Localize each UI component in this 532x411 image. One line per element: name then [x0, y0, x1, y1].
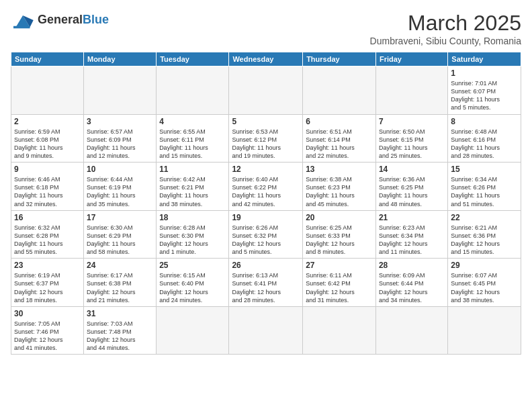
calendar-cell: 15Sunrise: 6:34 AM Sunset: 6:26 PM Dayli…	[448, 163, 521, 211]
calendar-cell: 19Sunrise: 6:26 AM Sunset: 6:32 PM Dayli…	[229, 210, 303, 259]
day-number: 2	[14, 117, 81, 126]
day-number: 10	[87, 165, 153, 174]
calendar-cell	[448, 306, 521, 355]
logo-icon	[11, 11, 35, 30]
calendar-cell	[229, 306, 303, 355]
day-number: 27	[306, 261, 373, 270]
header-sunday: Sunday	[11, 52, 84, 66]
calendar-cell: 5Sunrise: 6:53 AM Sunset: 6:12 PM Daylig…	[229, 114, 303, 163]
header-friday: Friday	[375, 52, 447, 66]
calendar-cell: 11Sunrise: 6:42 AM Sunset: 6:21 PM Dayli…	[157, 163, 229, 211]
calendar-cell: 14Sunrise: 6:36 AM Sunset: 6:25 PM Dayli…	[375, 163, 447, 211]
day-number: 25	[159, 261, 226, 270]
calendar-cell	[11, 66, 84, 115]
calendar-cell: 12Sunrise: 6:40 AM Sunset: 6:22 PM Dayli…	[229, 163, 303, 211]
calendar-cell	[157, 66, 229, 115]
calendar-cell: 13Sunrise: 6:38 AM Sunset: 6:23 PM Dayli…	[303, 163, 376, 211]
day-info: Sunrise: 6:28 AM Sunset: 6:30 PM Dayligh…	[159, 224, 226, 257]
header-tuesday: Tuesday	[157, 52, 229, 66]
day-info: Sunrise: 6:38 AM Sunset: 6:23 PM Dayligh…	[306, 175, 373, 208]
day-info: Sunrise: 6:13 AM Sunset: 6:41 PM Dayligh…	[232, 271, 300, 304]
weekday-header-row: Sunday Monday Tuesday Wednesday Thursday…	[11, 52, 521, 66]
calendar-cell: 10Sunrise: 6:44 AM Sunset: 6:19 PM Dayli…	[83, 163, 156, 211]
calendar-row-0: 1Sunrise: 7:01 AM Sunset: 6:07 PM Daylig…	[11, 66, 521, 115]
page: GeneralBlue March 2025 Dumbraveni, Sibiu…	[0, 0, 532, 411]
day-number: 24	[87, 261, 153, 270]
calendar-cell: 6Sunrise: 6:51 AM Sunset: 6:14 PM Daylig…	[303, 114, 376, 163]
calendar-row-1: 2Sunrise: 6:59 AM Sunset: 6:08 PM Daylig…	[11, 114, 521, 163]
header: GeneralBlue March 2025 Dumbraveni, Sibiu…	[11, 11, 521, 46]
month-year-title: March 2025	[370, 11, 521, 36]
calendar-cell: 7Sunrise: 6:50 AM Sunset: 6:15 PM Daylig…	[375, 114, 447, 163]
day-info: Sunrise: 6:09 AM Sunset: 6:44 PM Dayligh…	[379, 271, 445, 304]
title-block: March 2025 Dumbraveni, Sibiu County, Rom…	[370, 11, 521, 46]
day-info: Sunrise: 6:46 AM Sunset: 6:18 PM Dayligh…	[14, 175, 81, 208]
calendar-cell: 26Sunrise: 6:13 AM Sunset: 6:41 PM Dayli…	[229, 259, 303, 307]
day-number: 31	[87, 309, 153, 318]
calendar-cell: 2Sunrise: 6:59 AM Sunset: 6:08 PM Daylig…	[11, 114, 84, 163]
day-info: Sunrise: 6:59 AM Sunset: 6:08 PM Dayligh…	[14, 128, 81, 161]
calendar-cell: 24Sunrise: 6:17 AM Sunset: 6:38 PM Dayli…	[83, 259, 156, 307]
calendar-cell: 1Sunrise: 7:01 AM Sunset: 6:07 PM Daylig…	[448, 66, 521, 115]
day-info: Sunrise: 6:21 AM Sunset: 6:36 PM Dayligh…	[451, 224, 518, 257]
day-number: 16	[14, 213, 81, 222]
day-number: 8	[451, 117, 518, 126]
day-number: 20	[306, 213, 373, 222]
day-info: Sunrise: 7:03 AM Sunset: 7:48 PM Dayligh…	[87, 320, 153, 353]
day-info: Sunrise: 7:01 AM Sunset: 6:07 PM Dayligh…	[451, 79, 518, 112]
day-info: Sunrise: 7:05 AM Sunset: 7:46 PM Dayligh…	[14, 320, 81, 353]
calendar-cell	[229, 66, 303, 115]
calendar-cell	[303, 66, 376, 115]
calendar-cell: 30Sunrise: 7:05 AM Sunset: 7:46 PM Dayli…	[11, 306, 84, 355]
day-number: 26	[232, 261, 300, 270]
calendar-cell: 25Sunrise: 6:15 AM Sunset: 6:40 PM Dayli…	[157, 259, 229, 307]
calendar-cell: 20Sunrise: 6:25 AM Sunset: 6:33 PM Dayli…	[303, 210, 376, 259]
day-number: 28	[379, 261, 445, 270]
calendar-row-4: 23Sunrise: 6:19 AM Sunset: 6:37 PM Dayli…	[11, 259, 521, 307]
day-number: 17	[87, 213, 153, 222]
calendar-cell: 23Sunrise: 6:19 AM Sunset: 6:37 PM Dayli…	[11, 259, 84, 307]
day-number: 13	[306, 165, 373, 174]
day-info: Sunrise: 6:40 AM Sunset: 6:22 PM Dayligh…	[232, 175, 300, 208]
calendar-row-5: 30Sunrise: 7:05 AM Sunset: 7:46 PM Dayli…	[11, 306, 521, 355]
calendar-cell: 18Sunrise: 6:28 AM Sunset: 6:30 PM Dayli…	[157, 210, 229, 259]
day-number: 15	[451, 165, 518, 174]
calendar-cell: 17Sunrise: 6:30 AM Sunset: 6:29 PM Dayli…	[83, 210, 156, 259]
day-number: 18	[159, 213, 226, 222]
day-number: 21	[379, 213, 445, 222]
day-number: 5	[232, 117, 300, 126]
day-number: 22	[451, 213, 518, 222]
day-info: Sunrise: 6:19 AM Sunset: 6:37 PM Dayligh…	[14, 271, 81, 304]
calendar-cell: 16Sunrise: 6:32 AM Sunset: 6:28 PM Dayli…	[11, 210, 84, 259]
day-info: Sunrise: 6:15 AM Sunset: 6:40 PM Dayligh…	[159, 271, 226, 304]
calendar-cell: 27Sunrise: 6:11 AM Sunset: 6:42 PM Dayli…	[303, 259, 376, 307]
calendar-row-2: 9Sunrise: 6:46 AM Sunset: 6:18 PM Daylig…	[11, 163, 521, 211]
day-info: Sunrise: 6:17 AM Sunset: 6:38 PM Dayligh…	[87, 271, 153, 304]
calendar-cell: 31Sunrise: 7:03 AM Sunset: 7:48 PM Dayli…	[83, 306, 156, 355]
day-number: 3	[87, 117, 153, 126]
day-number: 19	[232, 213, 300, 222]
day-info: Sunrise: 6:44 AM Sunset: 6:19 PM Dayligh…	[87, 175, 153, 208]
calendar-cell: 3Sunrise: 6:57 AM Sunset: 6:09 PM Daylig…	[83, 114, 156, 163]
day-number: 12	[232, 165, 300, 174]
calendar-cell: 29Sunrise: 6:07 AM Sunset: 6:45 PM Dayli…	[448, 259, 521, 307]
day-number: 1	[451, 68, 518, 78]
calendar-cell: 9Sunrise: 6:46 AM Sunset: 6:18 PM Daylig…	[11, 163, 84, 211]
day-number: 6	[306, 117, 373, 126]
calendar-cell: 8Sunrise: 6:48 AM Sunset: 6:16 PM Daylig…	[448, 114, 521, 163]
logo: GeneralBlue	[11, 11, 109, 30]
day-info: Sunrise: 6:53 AM Sunset: 6:12 PM Dayligh…	[232, 128, 300, 161]
calendar-cell: 28Sunrise: 6:09 AM Sunset: 6:44 PM Dayli…	[375, 259, 447, 307]
day-info: Sunrise: 6:36 AM Sunset: 6:25 PM Dayligh…	[379, 175, 445, 208]
day-info: Sunrise: 6:57 AM Sunset: 6:09 PM Dayligh…	[87, 128, 153, 161]
svg-rect-2	[13, 26, 30, 29]
day-info: Sunrise: 6:23 AM Sunset: 6:34 PM Dayligh…	[379, 224, 445, 257]
calendar-table: Sunday Monday Tuesday Wednesday Thursday…	[11, 52, 521, 355]
calendar-cell	[375, 306, 447, 355]
day-info: Sunrise: 6:07 AM Sunset: 6:45 PM Dayligh…	[451, 271, 518, 304]
day-number: 9	[14, 165, 81, 174]
day-info: Sunrise: 6:48 AM Sunset: 6:16 PM Dayligh…	[451, 128, 518, 161]
day-number: 7	[379, 117, 445, 126]
day-info: Sunrise: 6:32 AM Sunset: 6:28 PM Dayligh…	[14, 224, 81, 257]
calendar-cell	[375, 66, 447, 115]
